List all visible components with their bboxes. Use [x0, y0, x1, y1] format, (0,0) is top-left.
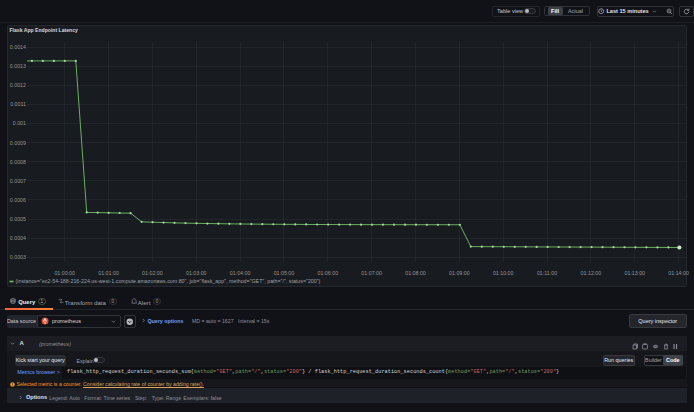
- svg-text:01:00:00: 01:00:00: [54, 270, 75, 276]
- svg-text:01:07:00: 01:07:00: [361, 270, 382, 276]
- svg-text:01:14:00: 01:14:00: [668, 270, 689, 276]
- svg-text:01:10:00: 01:10:00: [493, 270, 514, 276]
- svg-text:0.0004: 0.0004: [10, 235, 26, 241]
- svg-text:0.0006: 0.0006: [10, 197, 26, 203]
- svg-text:0.0013: 0.0013: [10, 63, 26, 69]
- svg-text:01:02:00: 01:02:00: [142, 270, 163, 276]
- svg-text:01:06:00: 01:06:00: [317, 270, 338, 276]
- svg-text:01:08:00: 01:08:00: [405, 270, 426, 276]
- svg-text:0.0012: 0.0012: [10, 82, 26, 88]
- svg-text:0.0003: 0.0003: [10, 254, 26, 260]
- svg-text:01:05:00: 01:05:00: [274, 270, 295, 276]
- svg-text:0.0007: 0.0007: [10, 178, 26, 184]
- svg-text:01:13:00: 01:13:00: [624, 270, 645, 276]
- svg-text:0.0005: 0.0005: [10, 216, 26, 222]
- svg-text:01:09:00: 01:09:00: [449, 270, 470, 276]
- svg-text:01:04:00: 01:04:00: [230, 270, 251, 276]
- svg-text:0.001: 0.001: [13, 120, 26, 126]
- svg-text:0.0009: 0.0009: [10, 140, 26, 146]
- svg-text:0.0008: 0.0008: [10, 159, 26, 165]
- svg-text:01:03:00: 01:03:00: [186, 270, 207, 276]
- svg-text:0.0014: 0.0014: [10, 44, 26, 50]
- svg-text:0.0011: 0.0011: [10, 101, 26, 107]
- svg-text:01:12:00: 01:12:00: [581, 270, 602, 276]
- svg-text:01:11:00: 01:11:00: [537, 270, 557, 276]
- svg-text:01:01:00: 01:01:00: [98, 270, 119, 276]
